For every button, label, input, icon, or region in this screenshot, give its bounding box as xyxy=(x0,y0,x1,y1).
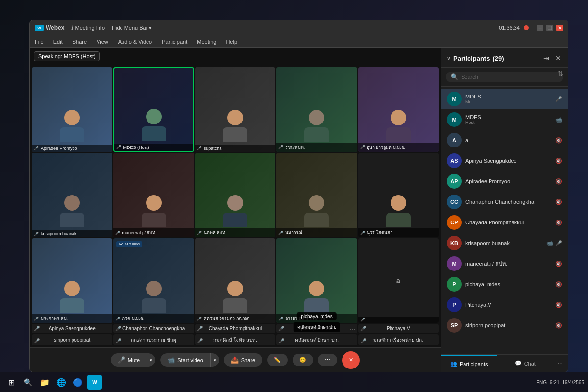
video-cell-1[interactable]: 🎤 Apiradee Promyoo xyxy=(32,67,112,152)
participants-title: Participants xyxy=(453,55,490,62)
hide-menu-button[interactable]: Hide Menu Bar ▾ xyxy=(112,25,152,31)
taskbar-search[interactable]: 🔍 xyxy=(21,375,35,390)
annotate-button[interactable]: ✏️ xyxy=(267,354,288,366)
menu-meeting[interactable]: Meeting xyxy=(197,39,216,45)
search-input[interactable] xyxy=(461,74,558,80)
taskbar-lang: ENG xyxy=(536,380,547,385)
video-arrow[interactable]: ▾ xyxy=(210,353,219,367)
video-cell-2[interactable]: 🎤 MDES (Host) xyxy=(113,67,194,152)
name-cell-10[interactable]: มณฑิกา เรื่องหน่าย ปก. 🎤 xyxy=(358,334,439,345)
name-cell-8[interactable]: กมภศิลป์ โจทิน สปท. 🎤 xyxy=(195,334,275,345)
participant-item-pichaya[interactable]: P pichaya_mdes 🔇 xyxy=(441,274,568,294)
avatar-pitchaya: P xyxy=(447,297,462,312)
mute-badge-8: 🎤 xyxy=(197,338,203,343)
participant-item-mdes-me[interactable]: M MDES Me 🎤 xyxy=(441,89,568,109)
participant-item-mdes-host[interactable]: M MDES Host 📹 xyxy=(441,109,568,130)
menu-file[interactable]: File xyxy=(35,39,44,45)
participant-item-maneerat[interactable]: M maneerat.j / สปท. 🔇 xyxy=(441,253,568,274)
p-icons-apinya: 🔇 xyxy=(555,158,562,164)
mute-badge-9: 🎤 xyxy=(278,338,284,343)
name-cell-5[interactable]: Pitchaya.V 🎤 xyxy=(358,324,439,333)
taskbar-files[interactable]: 📁 xyxy=(37,375,52,390)
name-cell-6[interactable]: siriporn poopipat 🎤 xyxy=(32,334,112,345)
tab-participants[interactable]: 👥 Participants xyxy=(441,355,497,372)
menu-participant[interactable]: Participant xyxy=(162,39,187,45)
name-text-5: Pitchaya.V xyxy=(385,324,412,333)
video-name-7: maneerat.j / สปท. xyxy=(122,229,157,236)
restore-button[interactable]: ❐ xyxy=(546,24,553,31)
mute-button[interactable]: 🎤 Mute xyxy=(111,353,147,367)
participant-item-chayada[interactable]: CP Chayada Phompithakkul 🔇 xyxy=(441,212,568,233)
video-cell-13[interactable]: 🎤 ศตวัมส จิตรมกว กก.กอก. xyxy=(195,238,275,323)
mic-icon-15: 🎤 xyxy=(360,318,365,322)
more-options-icon[interactable]: ⋯ xyxy=(349,326,355,333)
participant-item-krisapoom[interactable]: KB krisapoom buanak 📹 🎤 xyxy=(441,233,568,253)
mic-icon-11: 🎤 xyxy=(34,317,39,321)
p-icons-krisapoom: 📹 🎤 xyxy=(546,240,562,246)
video-cell-4[interactable]: 🎤 รัชน/สปท. xyxy=(276,67,357,152)
minimize-button[interactable]: ─ xyxy=(537,24,543,31)
more-button[interactable]: ⋯ xyxy=(318,354,337,366)
speaking-badge: Speaking: MDES (Host) xyxy=(34,51,100,61)
name-cell-9[interactable]: คณิตมนด์ ปักษา ปก. คณิตมนด์ ปักษา ปก. 🎤 xyxy=(276,334,357,345)
leave-button[interactable]: ✕ xyxy=(342,351,360,369)
tab-chat[interactable]: 💬 Chat xyxy=(497,355,554,372)
video-cell-6[interactable]: 🎤 krisapoom buanak xyxy=(32,153,112,238)
emoji-button[interactable]: 😊 xyxy=(293,354,313,366)
video-label-12: 🎤 ภวัต ป.ป.ช. xyxy=(113,314,194,323)
tabs-more-button[interactable]: ⋯ xyxy=(553,355,568,372)
mic-icon-1: 🎤 xyxy=(34,146,39,150)
bottom-controls: 🎤 Mute ▾ 📹 Start video ▾ xyxy=(30,347,441,372)
video-cell-10[interactable]: 🎤 นุวรี โสตันสา xyxy=(358,153,439,238)
name-cell-2[interactable]: Chanaphon Chanchoengkha 🎤 xyxy=(113,324,194,333)
name-text-10: มณฑิกา เรื่องหน่าย ปก. xyxy=(371,334,425,345)
participant-item-apinya[interactable]: AS Apinya Saengpukdee 🔇 xyxy=(441,150,568,171)
video-cell-3[interactable]: 🎤 supatcha xyxy=(195,67,275,152)
mic-icon-2: 🎤 xyxy=(116,145,121,149)
mute-badge-3: 🎤 xyxy=(197,326,203,331)
expand-sidebar-button[interactable]: ⇥ xyxy=(542,53,550,63)
video-cell-8[interactable]: 🎤 นดพล สปท. xyxy=(195,153,275,238)
taskbar-webex[interactable]: W xyxy=(87,375,102,390)
video-cell-11[interactable]: 🎤 ประภาพร สป. xyxy=(32,238,112,323)
name-cell-1[interactable]: Apinya Saengpukdee 🎤 xyxy=(32,324,112,333)
taskbar-start[interactable]: ⊞ xyxy=(4,375,19,390)
p-icons-pichaya: 🔇 xyxy=(555,281,562,288)
p-name-mdes-me: MDES xyxy=(466,94,551,99)
mute-arrow[interactable]: ▾ xyxy=(147,353,155,367)
name-section-apinya: Apinya Saengpukdee xyxy=(466,158,551,164)
taskbar-edge[interactable]: 🌐 xyxy=(54,375,69,390)
name-section-pitchaya: Pitchaya.V xyxy=(466,302,551,308)
name-cell-7[interactable]: กก./ดาวประกาย ขิมผุ 🎤 xyxy=(113,334,194,345)
start-video-button[interactable]: 📹 Start video xyxy=(160,353,210,367)
close-button[interactable]: ✕ xyxy=(556,24,563,31)
participant-item-chanaphon[interactable]: CC Chanaphon Chanchoengkha 🔇 xyxy=(441,192,568,212)
taskbar-chrome[interactable]: 🔵 xyxy=(71,375,85,390)
p-name-mdes-host: MDES xyxy=(466,114,551,120)
close-sidebar-button[interactable]: ✕ xyxy=(554,53,562,63)
video-name-10: นุวรี โสตันสา xyxy=(367,229,393,236)
menu-view[interactable]: View xyxy=(97,39,108,45)
name-section-chanaphon: Chanaphon Chanchoengkha xyxy=(466,199,551,205)
video-cell-7[interactable]: 🎤 maneerat.j / สปท. xyxy=(113,153,194,238)
video-name-8: นดพล สปท. xyxy=(204,229,227,236)
participant-item-siriporn[interactable]: SP siriporn poopipat 🔇 xyxy=(441,315,568,336)
title-bar: W Webex ℹ Meeting Info Hide Menu Bar ▾ 0… xyxy=(30,20,568,36)
video-status-mdes-host: 📹 xyxy=(555,117,562,123)
menu-audio-video[interactable]: Audio & Video xyxy=(118,39,152,45)
participant-item-apiradee[interactable]: AP Apiradee Promyoo 🔇 xyxy=(441,171,568,192)
menu-share[interactable]: Share xyxy=(73,39,87,45)
participants-count: (29) xyxy=(492,55,504,62)
menu-help[interactable]: Help xyxy=(226,39,237,45)
video-cell-12[interactable]: ACIM ZERO 🎤 ภวัต ป.ป.ช. xyxy=(113,238,194,323)
video-cell-9[interactable]: 🎤 นมากรณ์ xyxy=(276,153,357,238)
participant-item-a[interactable]: A a 🔇 xyxy=(441,130,568,150)
meeting-info-button[interactable]: ℹ Meeting Info xyxy=(71,25,105,31)
video-cell-5[interactable]: 🎤 อุษา ยาวอูมด ป.ป.ช. xyxy=(358,67,439,152)
video-cell-14[interactable]: 🎤 อารยา อนากิจโพดาล xyxy=(276,238,357,323)
name-cell-3[interactable]: Chayada Phompithakkul 🎤 xyxy=(195,324,275,333)
menu-edit[interactable]: Edit xyxy=(53,39,63,45)
share-button[interactable]: 📤 Share xyxy=(224,353,262,367)
participant-item-pitchaya[interactable]: P Pitchaya.V 🔇 xyxy=(441,294,568,315)
video-cell-15[interactable]: a 🎤 xyxy=(358,238,439,323)
